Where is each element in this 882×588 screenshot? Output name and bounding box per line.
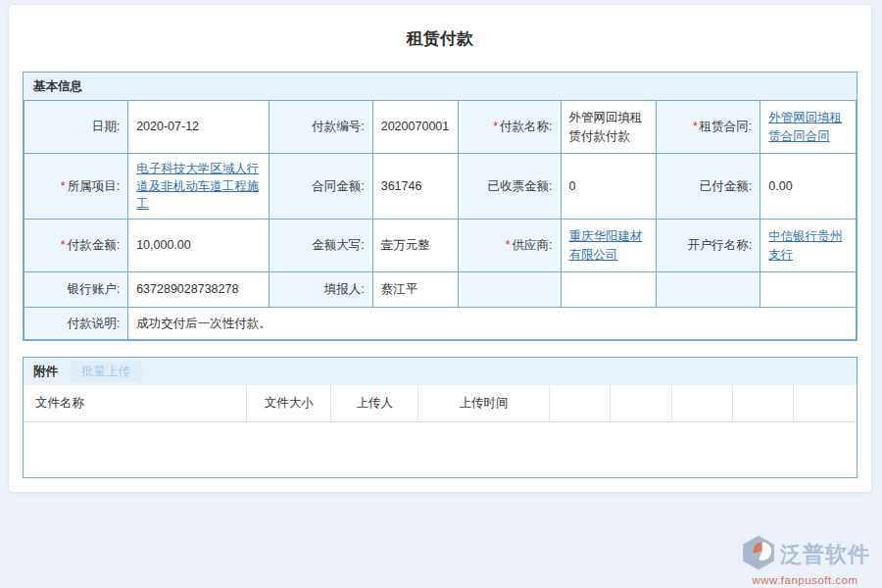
- field-payname-value: 外管网回填租赁付款付款: [561, 101, 657, 154]
- table-row: 银行账户: 637289028738278 填报人: 蔡江平: [24, 272, 857, 308]
- table-row: *付款金额: 10,000.00 金额大写: 壹万元整 *供应商: 重庆华阳建材…: [24, 220, 857, 272]
- field-paymentamount-label: *付款金额:: [24, 220, 128, 272]
- field-leasecontract-value: 外管网回填租赁合同合同: [760, 101, 857, 154]
- required-asterisk: *: [61, 179, 66, 193]
- field-supplier-value: 重庆华阳建材有限公司: [561, 220, 657, 272]
- empty-cell: [657, 272, 760, 308]
- field-paymentamount-value: 10,000.00: [128, 220, 269, 272]
- field-paymentnote-value: 成功交付后一次性付款。: [128, 308, 857, 340]
- bank-name-link[interactable]: 中信银行贵州支行: [768, 229, 842, 261]
- column-file-name: 文件名称: [24, 385, 247, 421]
- field-payno-label: 付款编号:: [269, 101, 372, 154]
- empty-column: [793, 385, 857, 421]
- field-invoiced-value: 0: [561, 154, 657, 220]
- empty-column: [732, 385, 793, 421]
- empty-cell: [561, 272, 657, 308]
- field-project-label: *所属项目:: [24, 154, 128, 220]
- field-leasecontract-label: *租赁合同:: [657, 101, 760, 154]
- column-upload-time: 上传时间: [418, 385, 549, 421]
- field-paid-value: 0.00: [760, 154, 857, 220]
- page-title: 租赁付款: [9, 24, 871, 54]
- required-asterisk: *: [506, 238, 511, 252]
- content-card: 租赁付款 基本信息 日期: 2020-07-12 付款编号: 202007000…: [8, 4, 872, 493]
- field-paid-label: 已付金额:: [657, 154, 760, 220]
- empty-column: [671, 385, 732, 421]
- empty-cell: [459, 272, 561, 308]
- field-date-value: 2020-07-12: [128, 101, 269, 154]
- required-asterisk: *: [693, 120, 698, 133]
- supplier-link[interactable]: 重庆华阳建材有限公司: [569, 229, 643, 261]
- table-row: 日期: 2020-07-12 付款编号: 2020070001 *付款名称: 外…: [24, 101, 857, 154]
- vendor-watermark: 泛普软件 www.fanpusoft.com: [740, 534, 870, 586]
- field-project-value: 电子科技大学区域人行道及非机动车道工程施工: [128, 154, 269, 220]
- field-supplier-label: *供应商:: [459, 220, 561, 272]
- field-bankname-label: 开户行名称:: [657, 220, 760, 272]
- field-payname-label: *付款名称:: [459, 101, 561, 154]
- attachments-empty-body: [24, 422, 857, 477]
- field-paymentnote-label: 付款说明:: [24, 308, 128, 340]
- basic-info-section: 基本信息 日期: 2020-07-12 付款编号: 2020070001 *付款…: [23, 72, 858, 341]
- field-bankaccount-label: 银行账户:: [24, 272, 128, 308]
- basic-info-table: 日期: 2020-07-12 付款编号: 2020070001 *付款名称: 外…: [24, 100, 857, 340]
- field-preparer-label: 填报人:: [269, 272, 372, 308]
- attachments-section: 附件 批量上传 文件名称 文件大小 上传人 上传时间: [23, 357, 858, 478]
- table-row: 付款说明: 成功交付后一次性付款。: [24, 308, 857, 340]
- empty-column: [610, 385, 671, 421]
- field-preparer-value: 蔡江平: [372, 272, 458, 308]
- batch-upload-button[interactable]: 批量上传: [70, 361, 142, 382]
- required-asterisk: *: [493, 120, 498, 133]
- empty-column: [549, 385, 610, 421]
- required-asterisk: *: [61, 238, 66, 252]
- vendor-url: www.fanpusoft.com: [740, 574, 870, 586]
- field-contractamount-label: 合同金额:: [269, 154, 372, 220]
- field-payno-value: 2020070001: [372, 101, 458, 154]
- column-uploader: 上传人: [331, 385, 418, 421]
- vendor-brand-name: 泛普软件: [780, 543, 870, 566]
- attachments-header: 附件 批量上传: [24, 358, 857, 385]
- field-date-label: 日期:: [24, 101, 128, 154]
- field-amountwords-label: 金额大写:: [269, 220, 372, 272]
- column-file-size: 文件大小: [247, 385, 331, 421]
- field-amountwords-value: 壹万元整: [372, 220, 458, 272]
- field-invoiced-label: 已收票金额:: [459, 154, 561, 220]
- attachments-section-title: 附件: [33, 364, 58, 380]
- empty-cell: [760, 272, 857, 308]
- basic-info-section-title: 基本信息: [24, 73, 857, 100]
- field-bankname-value: 中信银行贵州支行: [760, 220, 857, 272]
- field-contractamount-value: 361746: [372, 154, 458, 220]
- table-row: *所属项目: 电子科技大学区域人行道及非机动车道工程施工 合同金额: 36174…: [24, 154, 857, 220]
- attachments-header-row: 文件名称 文件大小 上传人 上传时间: [24, 385, 857, 421]
- lease-contract-link[interactable]: 外管网回填租赁合同合同: [768, 111, 842, 142]
- attachments-table: 文件名称 文件大小 上传人 上传时间: [24, 385, 857, 422]
- project-link[interactable]: 电子科技大学区域人行道及非机动车道工程施工: [136, 162, 259, 211]
- field-bankaccount-value: 637289028738278: [128, 272, 269, 308]
- fanpu-logo-icon: [740, 534, 777, 575]
